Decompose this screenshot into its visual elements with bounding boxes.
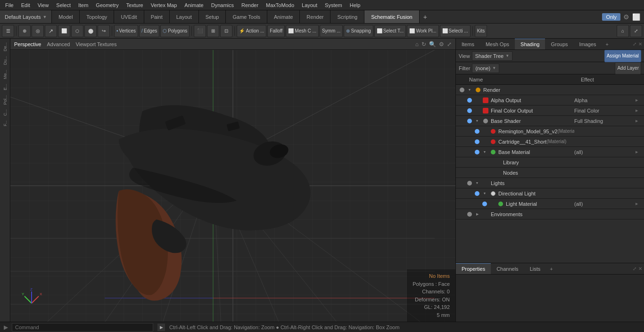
toolbar-kits-btn[interactable]: Kits	[475, 25, 487, 37]
prop-tab-properties[interactable]: Properties	[456, 263, 491, 274]
panel-close-btn[interactable]: ✕	[638, 41, 642, 47]
viewport-ctrl-refresh[interactable]: ↻	[421, 41, 426, 48]
menu-texture[interactable]: Texture	[123, 1, 147, 9]
viewport-ctrl-gear[interactable]: ⚙	[439, 41, 444, 48]
shader-row-finalcolor[interactable]: Final Color Output Final Color	[456, 105, 644, 116]
sidebar-item-de[interactable]: De...	[2, 40, 8, 53]
panel-tab-groups[interactable]: Groups	[545, 39, 573, 49]
toolbar-grid-btn[interactable]: ⊞	[207, 25, 219, 37]
menu-help[interactable]: Help	[347, 1, 364, 9]
vis-circle-lightmaterial[interactable]	[482, 202, 487, 206]
toolbar-selecti-btn[interactable]: ⬜ Selecti ...	[440, 25, 471, 37]
expand-render[interactable]	[466, 88, 473, 91]
prop-tab-lists[interactable]: Lists	[524, 263, 546, 274]
menu-edit[interactable]: Edit	[18, 1, 33, 9]
vis-circle-cartridge[interactable]	[475, 139, 479, 144]
prop-expand-btn[interactable]: ⤢	[633, 266, 636, 271]
tab-animate[interactable]: Animate	[267, 10, 300, 23]
toolbar-arrow2-btn[interactable]: ↪	[98, 25, 110, 37]
toolbar-circle-btn[interactable]: ⊕	[18, 25, 31, 37]
command-submit[interactable]: ▶	[157, 323, 165, 332]
shader-row-basematerial[interactable]: Base Material (all)	[456, 147, 644, 157]
tab-model[interactable]: Model	[52, 10, 80, 23]
baseshader-arrow[interactable]	[636, 119, 642, 123]
panel-tab-add[interactable]: +	[602, 41, 612, 47]
vis-lightmaterial[interactable]	[480, 202, 489, 206]
command-input[interactable]	[12, 323, 153, 332]
expand-dirlight[interactable]	[481, 192, 488, 195]
menu-file[interactable]: File	[2, 1, 17, 9]
menu-view[interactable]: View	[34, 1, 52, 9]
vis-circle-lights[interactable]	[467, 181, 472, 186]
toolbar-snapping-btn[interactable]: ⊕ Snapping	[344, 25, 373, 37]
tab-setup[interactable]: Setup	[199, 10, 226, 23]
expand-baseshader[interactable]	[474, 119, 480, 122]
vis-circle-alpha[interactable]	[467, 98, 472, 103]
only-badge[interactable]: Only	[602, 13, 620, 21]
tab-scripting[interactable]: Scripting	[330, 10, 364, 23]
toolbar-square-btn[interactable]: ⬜	[58, 25, 70, 37]
expand-lights[interactable]	[474, 181, 480, 185]
menu-render[interactable]: Render	[238, 1, 262, 9]
vis-environments[interactable]	[465, 212, 474, 217]
toolbar-falloff-btn[interactable]: Falloff	[267, 25, 285, 37]
alpha-arrow[interactable]	[636, 98, 642, 102]
toolbar-vertices-btn[interactable]: • Vertices	[114, 25, 138, 37]
shader-row-cartridge[interactable]: Cartridge__41_Short (Material)	[456, 137, 644, 147]
toolbar-sym-btn[interactable]: ⊡	[220, 25, 232, 37]
prop-tab-add[interactable]: +	[546, 266, 556, 272]
panel-tab-shading[interactable]: Shading	[515, 39, 545, 49]
vis-circle-basematerial[interactable]	[475, 150, 479, 154]
panel-expand-btn[interactable]: ⤢	[633, 41, 636, 47]
toolbar-selectt-btn[interactable]: ⬜ Select T...	[374, 25, 406, 37]
tab-schematic-fusion[interactable]: Schematic Fusion	[364, 10, 419, 23]
toolbar-round-btn[interactable]: ⬤	[84, 25, 97, 37]
sidebar-item-pol[interactable]: Pol...	[2, 93, 8, 107]
basematerial-arrow[interactable]	[636, 150, 642, 154]
tab-render[interactable]: Render	[300, 10, 330, 23]
add-layout-button[interactable]: +	[420, 13, 431, 21]
vis-basematerial[interactable]	[473, 150, 481, 154]
add-layer-button[interactable]: Add Layer	[615, 62, 641, 74]
panel-tab-items[interactable]: Items	[456, 39, 480, 49]
toolbar-edges-btn[interactable]: / Edges	[139, 25, 159, 37]
panel-tab-meshops[interactable]: Mesh Ops	[480, 39, 515, 49]
sidebar-item-du[interactable]: Du...	[2, 54, 8, 67]
sidebar-item-f[interactable]: F...	[2, 119, 8, 128]
toolbar-symm-btn[interactable]: Symm ...	[320, 25, 343, 37]
sidebar-item-me[interactable]: Me...	[2, 68, 8, 81]
vis-cartridge[interactable]	[473, 139, 481, 144]
tab-layout[interactable]: Layout	[170, 10, 199, 23]
tab-paint[interactable]: Paint	[144, 10, 170, 23]
toolbar-action-btn[interactable]: ⚡ Action ...	[237, 25, 266, 37]
shader-row-lights[interactable]: Lights	[456, 178, 644, 188]
tab-topology[interactable]: Topology	[80, 10, 114, 23]
shader-row-remington[interactable]: Remington_Model_95_v2 (Material)	[456, 126, 644, 137]
vis-circle-finalcolor[interactable]	[467, 108, 472, 113]
viewport-tab-textures[interactable]: Viewport Textures	[75, 41, 116, 47]
filter-dropdown[interactable]: (none) ▼	[472, 64, 499, 73]
tab-gametools[interactable]: Game Tools	[226, 10, 267, 23]
tab-uvedit[interactable]: UVEdit	[114, 10, 144, 23]
menu-layout[interactable]: Layout	[298, 1, 321, 9]
menu-maxtomodo[interactable]: MaxToModo	[263, 1, 297, 9]
viewport-tab-perspective[interactable]: Perspective	[14, 41, 41, 47]
shader-row-baseshader[interactable]: Base Shader Full Shading	[456, 116, 644, 126]
vis-render[interactable]	[458, 88, 466, 92]
assign-material-button[interactable]: Assign Material	[604, 50, 641, 62]
viewport-tab-advanced[interactable]: Advanced	[47, 41, 70, 47]
toolbar-polygons-btn[interactable]: ⬡ Polygons	[160, 25, 190, 37]
viewport-ctrl-expand[interactable]: ⤢	[447, 41, 452, 48]
menu-animate[interactable]: Animate	[181, 1, 206, 9]
toolbar-mode-btn[interactable]: ☰	[2, 25, 14, 37]
shader-row-alpha[interactable]: Alpha Output Alpha	[456, 95, 644, 105]
layout-dropdown[interactable]: Default Layouts ▼	[0, 10, 52, 23]
shader-row-render[interactable]: Render	[456, 85, 644, 95]
lightmaterial-arrow[interactable]	[636, 202, 642, 206]
toolbar-arrow-btn[interactable]: ↗	[45, 25, 57, 37]
shader-row-dirlight[interactable]: Directional Light	[456, 188, 644, 199]
panel-tab-images[interactable]: Images	[574, 39, 602, 49]
sidebar-item-e[interactable]: E...	[2, 82, 8, 92]
menu-item[interactable]: Item	[75, 1, 91, 9]
menu-system[interactable]: System	[322, 1, 346, 9]
